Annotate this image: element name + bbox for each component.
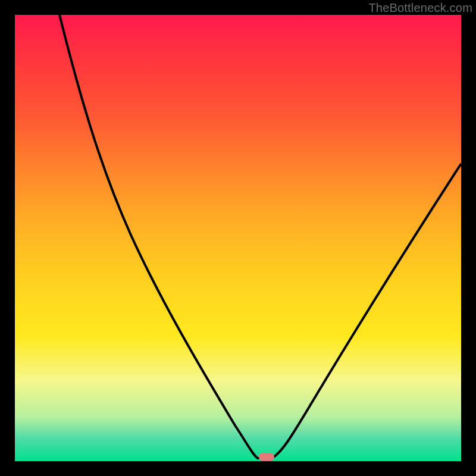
- optimal-marker: [259, 453, 274, 461]
- curve-left-branch: [60, 15, 272, 458]
- plot-area: [15, 15, 461, 461]
- chart-frame: TheBottleneck.com: [0, 0, 476, 476]
- curve-right-branch: [272, 164, 461, 458]
- watermark-text: TheBottleneck.com: [368, 1, 472, 15]
- bottleneck-curve: [15, 15, 461, 461]
